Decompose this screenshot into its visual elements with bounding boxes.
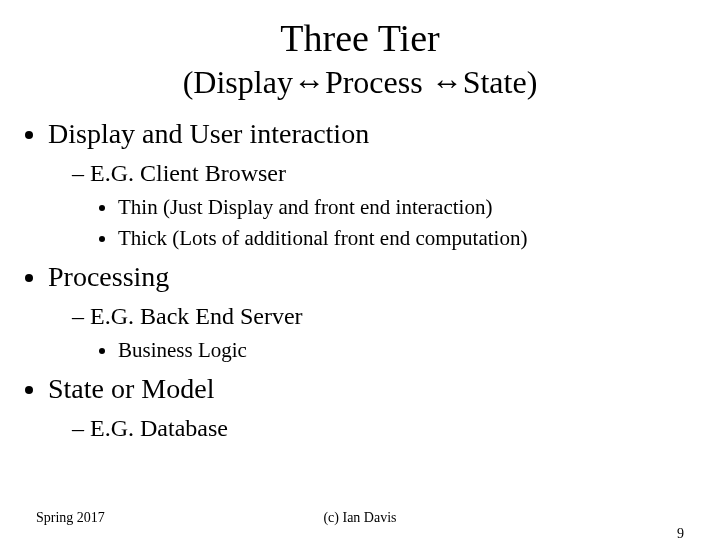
bullet-text: E.G. Client Browser bbox=[90, 160, 286, 186]
list-item: E.G. Database bbox=[72, 412, 720, 444]
bullet-text: E.G. Back End Server bbox=[90, 303, 303, 329]
list-item: Business Logic bbox=[118, 336, 720, 364]
list-item: State or Model E.G. Database bbox=[48, 370, 720, 444]
list-item: Display and User interaction E.G. Client… bbox=[48, 115, 720, 252]
bullet-text: Thin (Just Display and front end interac… bbox=[118, 195, 492, 219]
slide-subtitle: (Display↔Process ↔State) bbox=[0, 64, 720, 101]
bullet-text: Processing bbox=[48, 261, 169, 292]
bullet-text: State or Model bbox=[48, 373, 214, 404]
bullet-text: Business Logic bbox=[118, 338, 247, 362]
slide-footer: Spring 2017 (c) Ian Davis 9 bbox=[0, 510, 720, 526]
bullet-text: Display and User interaction bbox=[48, 118, 369, 149]
list-item: Processing E.G. Back End Server Business… bbox=[48, 258, 720, 365]
slide: Three Tier (Display↔Process ↔State) Disp… bbox=[0, 0, 720, 540]
bullet-text: E.G. Database bbox=[90, 415, 228, 441]
bullet-text: Thick (Lots of additional front end comp… bbox=[118, 226, 527, 250]
slide-title: Three Tier bbox=[0, 16, 720, 60]
list-item: E.G. Client Browser Thin (Just Display a… bbox=[72, 157, 720, 252]
list-item: Thick (Lots of additional front end comp… bbox=[118, 224, 720, 252]
footer-term: Spring 2017 bbox=[36, 510, 105, 526]
list-item: Thin (Just Display and front end interac… bbox=[118, 193, 720, 221]
footer-copyright: (c) Ian Davis bbox=[36, 510, 684, 526]
footer-page-number: 9 bbox=[677, 526, 684, 540]
list-item: E.G. Back End Server Business Logic bbox=[72, 300, 720, 365]
bullet-list: Display and User interaction E.G. Client… bbox=[0, 115, 720, 445]
